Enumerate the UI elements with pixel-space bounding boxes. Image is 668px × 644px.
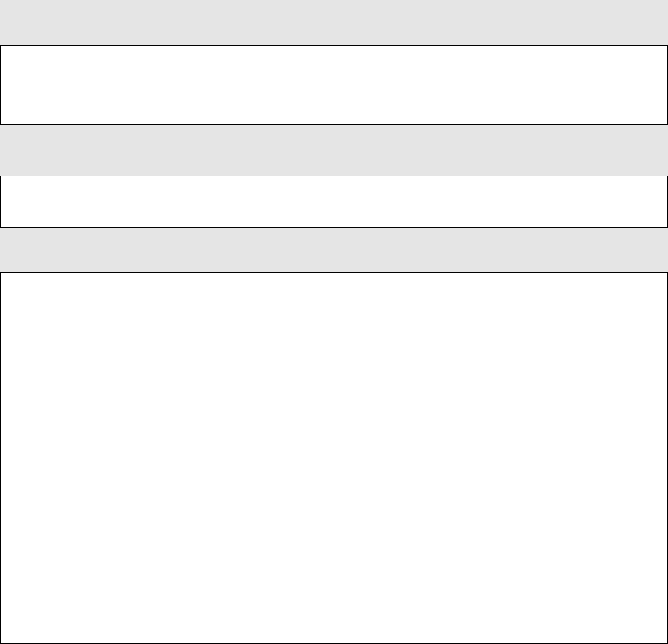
panel-middle: [0, 176, 668, 228]
panel-top: [0, 45, 668, 125]
panel-bottom: [0, 272, 668, 644]
